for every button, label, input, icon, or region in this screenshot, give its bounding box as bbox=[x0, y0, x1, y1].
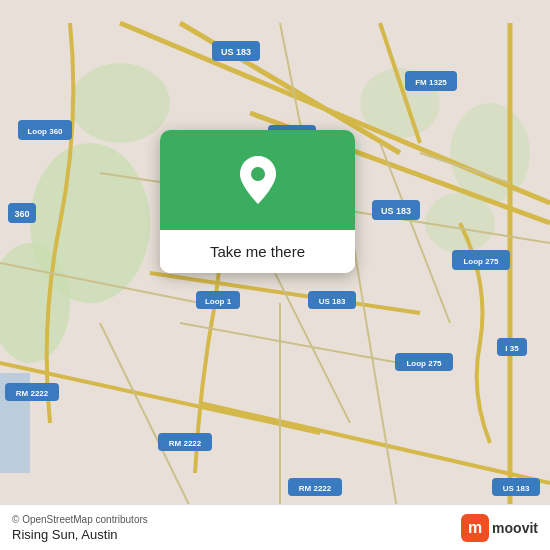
svg-text:I 35: I 35 bbox=[505, 344, 519, 353]
svg-text:US 183: US 183 bbox=[221, 47, 251, 57]
svg-point-5 bbox=[70, 63, 170, 143]
svg-text:Loop 360: Loop 360 bbox=[27, 127, 63, 136]
attribution-text: © OpenStreetMap contributors bbox=[12, 514, 148, 525]
svg-text:US 183: US 183 bbox=[381, 206, 411, 216]
svg-text:FM 1325: FM 1325 bbox=[415, 78, 447, 87]
svg-text:Loop 275: Loop 275 bbox=[406, 359, 442, 368]
map-container: US 183 FM 1325 Loop 360 US 183 360 US 18… bbox=[0, 0, 550, 550]
svg-text:360: 360 bbox=[14, 209, 29, 219]
moovit-icon: m bbox=[461, 514, 489, 542]
popup-card: Take me there bbox=[160, 130, 355, 273]
svg-text:Loop 1: Loop 1 bbox=[205, 297, 232, 306]
location-name: Rising Sun, Austin bbox=[12, 527, 148, 542]
svg-text:US 183: US 183 bbox=[503, 484, 530, 493]
moovit-logo: m moovit bbox=[461, 514, 538, 542]
svg-text:RM 2222: RM 2222 bbox=[169, 439, 202, 448]
svg-point-58 bbox=[251, 167, 265, 181]
location-pin-icon bbox=[236, 154, 280, 206]
bottom-left-info: © OpenStreetMap contributors Rising Sun,… bbox=[12, 514, 148, 542]
map-background: US 183 FM 1325 Loop 360 US 183 360 US 18… bbox=[0, 0, 550, 550]
bottom-bar: © OpenStreetMap contributors Rising Sun,… bbox=[0, 504, 550, 550]
moovit-brand-text: moovit bbox=[492, 520, 538, 536]
take-me-there-button[interactable]: Take me there bbox=[160, 230, 355, 273]
svg-text:RM 2222: RM 2222 bbox=[16, 389, 49, 398]
svg-text:RM 2222: RM 2222 bbox=[299, 484, 332, 493]
svg-text:US 183: US 183 bbox=[319, 297, 346, 306]
svg-text:Loop 275: Loop 275 bbox=[463, 257, 499, 266]
popup-icon-area bbox=[160, 130, 355, 230]
